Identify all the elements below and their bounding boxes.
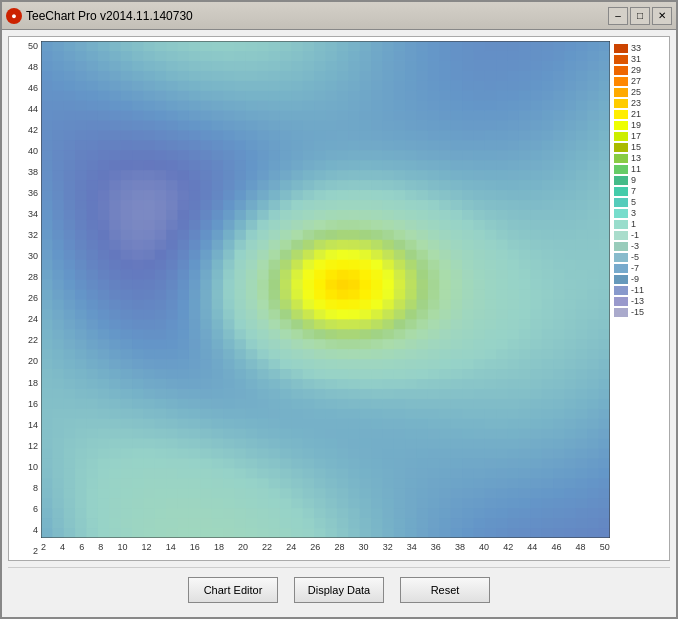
chart-container: 5048464442403836343230282624222018161412… [8, 36, 670, 561]
chart-inner: 5048464442403836343230282624222018161412… [13, 41, 665, 556]
legend-color-box [614, 286, 628, 295]
x-axis-label: 20 [238, 542, 248, 552]
legend-color-box [614, 132, 628, 141]
x-axis-label: 16 [190, 542, 200, 552]
title-bar: ● TeeChart Pro v2014.11.140730 – □ ✕ [2, 2, 676, 30]
button-bar: Chart Editor Display Data Reset [8, 567, 670, 611]
y-axis-label: 12 [28, 441, 38, 451]
legend-item: 27 [614, 76, 661, 86]
legend-value-label: 15 [631, 142, 641, 152]
x-axis-label: 8 [98, 542, 103, 552]
legend-value-label: 7 [631, 186, 636, 196]
x-axis-label: 50 [600, 542, 610, 552]
y-axis-label: 34 [28, 209, 38, 219]
title-controls: – □ ✕ [608, 7, 672, 25]
y-axis-label: 36 [28, 188, 38, 198]
minimize-button[interactable]: – [608, 7, 628, 25]
legend-color-box [614, 110, 628, 119]
x-axis-label: 34 [407, 542, 417, 552]
legend-color-box [614, 275, 628, 284]
x-axis-label: 30 [359, 542, 369, 552]
legend-value-label: 33 [631, 43, 641, 53]
legend-item: 15 [614, 142, 661, 152]
chart-plot-area [41, 41, 610, 538]
legend-item: 31 [614, 54, 661, 64]
y-axis-label: 20 [28, 356, 38, 366]
legend-value-label: 27 [631, 76, 641, 86]
y-axis-label: 24 [28, 314, 38, 324]
legend-value-label: 21 [631, 109, 641, 119]
y-axis-label: 4 [33, 525, 38, 535]
x-axis-label: 26 [310, 542, 320, 552]
y-axis-label: 42 [28, 125, 38, 135]
y-axis-label: 46 [28, 83, 38, 93]
chart-editor-button[interactable]: Chart Editor [188, 577, 278, 603]
y-axis-label: 48 [28, 62, 38, 72]
legend-value-label: 19 [631, 120, 641, 130]
y-axis-label: 44 [28, 104, 38, 114]
legend-color-box [614, 165, 628, 174]
legend-value-label: -9 [631, 274, 639, 284]
legend-value-label: -3 [631, 241, 639, 251]
legend-color-box [614, 77, 628, 86]
x-axis-label: 12 [142, 542, 152, 552]
display-data-button[interactable]: Display Data [294, 577, 384, 603]
legend-color-box [614, 220, 628, 229]
legend-color-box [614, 176, 628, 185]
legend-color-box [614, 44, 628, 53]
x-axis-label: 24 [286, 542, 296, 552]
x-axis-label: 4 [60, 542, 65, 552]
legend-value-label: 11 [631, 164, 641, 174]
legend-item: 1 [614, 219, 661, 229]
x-axis-label: 32 [383, 542, 393, 552]
legend-item: 23 [614, 98, 661, 108]
x-axis-label: 38 [455, 542, 465, 552]
title-bar-left: ● TeeChart Pro v2014.11.140730 [6, 8, 193, 24]
legend-value-label: -7 [631, 263, 639, 273]
x-axis-label: 46 [551, 542, 561, 552]
y-axis-label: 40 [28, 146, 38, 156]
legend-item: -9 [614, 274, 661, 284]
x-axis-label: 40 [479, 542, 489, 552]
legend-value-label: 17 [631, 131, 641, 141]
legend-item: -1 [614, 230, 661, 240]
y-axis-label: 28 [28, 272, 38, 282]
legend-value-label: -1 [631, 230, 639, 240]
legend-item: -7 [614, 263, 661, 273]
x-axis-label: 28 [334, 542, 344, 552]
y-axis: 5048464442403836343230282624222018161412… [13, 41, 41, 556]
legend-item: -5 [614, 252, 661, 262]
y-axis-label: 18 [28, 378, 38, 388]
legend-value-label: 25 [631, 87, 641, 97]
x-axis-label: 6 [79, 542, 84, 552]
legend-color-box [614, 231, 628, 240]
y-axis-label: 50 [28, 41, 38, 51]
maximize-button[interactable]: □ [630, 7, 650, 25]
legend-item: 19 [614, 120, 661, 130]
legend-item: 29 [614, 65, 661, 75]
legend-color-box [614, 121, 628, 130]
y-axis-label: 26 [28, 293, 38, 303]
legend-value-label: 9 [631, 175, 636, 185]
chart-main: 2468101214161820222426283032343638404244… [41, 41, 610, 556]
legend-item: 5 [614, 197, 661, 207]
legend-value-label: -11 [631, 285, 644, 295]
legend-color-box [614, 66, 628, 75]
legend-color-box [614, 242, 628, 251]
close-button[interactable]: ✕ [652, 7, 672, 25]
legend-value-label: -5 [631, 252, 639, 262]
legend-color-box [614, 198, 628, 207]
legend-area: 33312927252321191715131197531-1-3-5-7-9-… [610, 41, 665, 556]
legend-value-label: 3 [631, 208, 636, 218]
x-axis-label: 22 [262, 542, 272, 552]
legend-value-label: 1 [631, 219, 636, 229]
y-axis-label: 16 [28, 399, 38, 409]
x-axis-label: 44 [527, 542, 537, 552]
heatmap-canvas [41, 41, 610, 538]
reset-button[interactable]: Reset [400, 577, 490, 603]
legend-color-box [614, 88, 628, 97]
legend-color-box [614, 209, 628, 218]
y-axis-label: 38 [28, 167, 38, 177]
legend-item: -15 [614, 307, 661, 317]
legend-color-box [614, 297, 628, 306]
